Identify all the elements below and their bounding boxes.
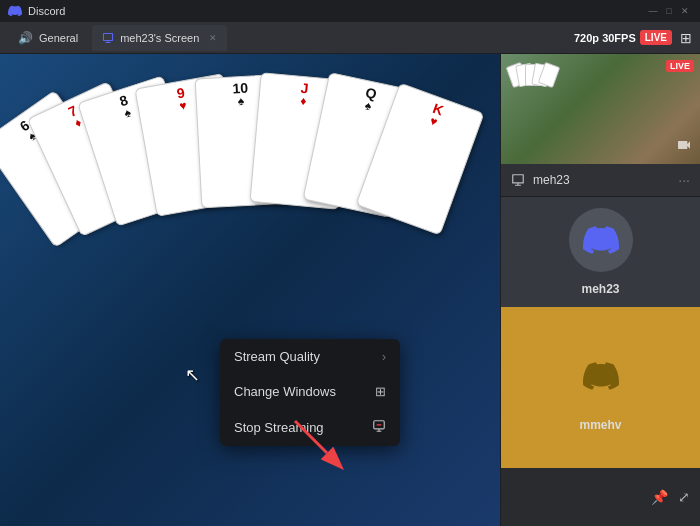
solitaire-background: 6♠ 7♦ 8♠ 9♥ 10♠ (0, 54, 500, 526)
tab-screen-label: meh23's Screen (120, 32, 199, 44)
preview-live-badge: LIVE (666, 60, 694, 72)
title-bar: Discord — □ ✕ (0, 0, 700, 22)
tab-general-label: General (39, 32, 78, 44)
tab-general[interactable]: 🔊 General (8, 25, 88, 51)
avatar-2 (569, 344, 633, 408)
discord-logo-icon (8, 4, 22, 18)
expand-icon[interactable]: ⤢ (678, 489, 690, 505)
pin-icon[interactable]: 📌 (651, 489, 668, 505)
more-options-button[interactable]: ··· (678, 172, 690, 188)
stream-preview-thumbnail: LIVE (501, 54, 700, 164)
live-badge: LIVE (640, 30, 672, 45)
maximize-button[interactable]: □ (662, 4, 676, 18)
windows-icon: ⊞ (375, 384, 386, 399)
svg-line-5 (295, 421, 327, 453)
grid-icon[interactable]: ⊞ (680, 30, 692, 46)
sidebar-avatar-section-2: mmehv (501, 307, 700, 468)
main-stream-view: 6♠ 7♦ 8♠ 9♥ 10♠ (0, 54, 500, 526)
preview-cam-icon (676, 137, 692, 156)
red-arrow (285, 411, 345, 471)
monitor-small-icon (511, 173, 525, 187)
discord-window: Discord — □ ✕ 🔊 General meh23's Screen ✕… (0, 0, 700, 526)
stream-quality-label: Stream Quality (234, 349, 320, 364)
title-bar-left: Discord (8, 4, 65, 18)
right-sidebar: LIVE meh23 ··· (500, 54, 700, 526)
tab-controls: 720p 30FPS LIVE ⊞ (574, 30, 692, 46)
sidebar-avatar-section-1: meh23 (501, 197, 700, 307)
quality-text: 720p 30FPS (574, 32, 636, 44)
menu-item-stream-quality[interactable]: Stream Quality › (220, 339, 400, 374)
tab-bar: 🔊 General meh23's Screen ✕ 720p 30FPS LI… (0, 22, 700, 54)
avatar-name-2: mmehv (579, 418, 621, 432)
menu-item-change-windows[interactable]: Change Windows ⊞ (220, 374, 400, 409)
title-bar-title: Discord (28, 5, 65, 17)
speaker-icon: 🔊 (18, 31, 33, 45)
stop-stream-icon (372, 419, 386, 436)
minimize-button[interactable]: — (646, 4, 660, 18)
content-area: 6♠ 7♦ 8♠ 9♥ 10♠ (0, 54, 700, 526)
tab-close-icon[interactable]: ✕ (209, 33, 217, 43)
avatar-1 (569, 208, 633, 272)
change-windows-label: Change Windows (234, 384, 336, 399)
cursor: ↖ (185, 364, 200, 386)
tab-screen[interactable]: meh23's Screen ✕ (92, 25, 227, 51)
sidebar-username-1: meh23 (533, 173, 670, 187)
avatar-name-1: meh23 (581, 282, 619, 296)
close-button[interactable]: ✕ (678, 4, 692, 18)
monitor-icon (102, 32, 114, 44)
window-controls: — □ ✕ (646, 4, 692, 18)
chevron-right-icon: › (382, 350, 386, 364)
quality-badge: 720p 30FPS LIVE (574, 30, 672, 45)
sidebar-bottom-row: 📌 ⤢ (501, 468, 700, 526)
preview-cards (509, 64, 557, 86)
sidebar-user-row: meh23 ··· (501, 164, 700, 197)
